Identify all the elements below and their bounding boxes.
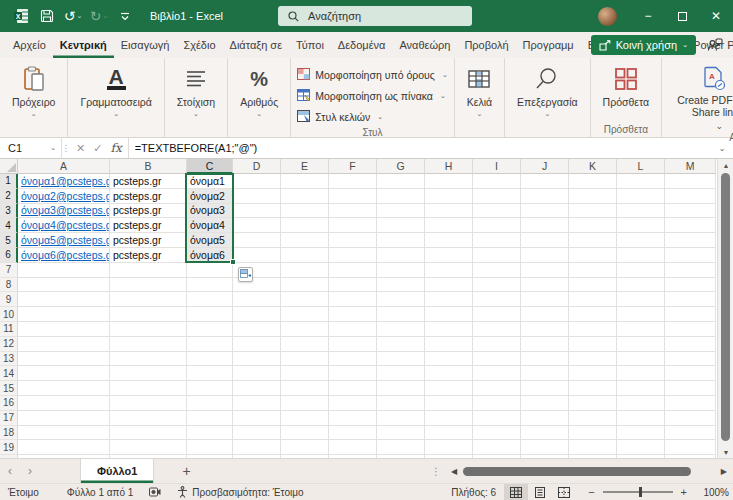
- formula-input[interactable]: =TEXTBEFORE(A1;"@"): [129, 138, 711, 158]
- close-button[interactable]: ✕: [699, 0, 733, 32]
- cell-K4[interactable]: [569, 218, 617, 233]
- cell-K14[interactable]: [569, 366, 617, 381]
- addins-button[interactable]: Πρόσθετα: [597, 62, 655, 110]
- cell-A15[interactable]: [18, 381, 110, 396]
- cell-J1[interactable]: [521, 174, 569, 189]
- cell-M7[interactable]: [665, 263, 716, 278]
- cell-L14[interactable]: [617, 366, 665, 381]
- cell-G17[interactable]: [377, 411, 425, 426]
- scroll-right-icon[interactable]: ▶: [715, 467, 727, 476]
- row-header-13[interactable]: 13: [0, 352, 18, 367]
- collapse-ribbon-icon[interactable]: ⌄: [715, 121, 723, 131]
- cell-B4[interactable]: pcsteps.gr: [110, 218, 187, 233]
- cell-D18[interactable]: [233, 426, 281, 441]
- cell-I9[interactable]: [473, 292, 521, 307]
- row-header-18[interactable]: 18: [0, 426, 18, 441]
- enter-icon[interactable]: ✓: [93, 142, 102, 155]
- cell-F1[interactable]: [329, 174, 377, 189]
- cell-A1[interactable]: όνομα1@pcsteps.gr: [18, 174, 110, 189]
- cell-G3[interactable]: [377, 204, 425, 219]
- cell-G1[interactable]: [377, 174, 425, 189]
- cell-I18[interactable]: [473, 426, 521, 441]
- cell-H17[interactable]: [425, 411, 473, 426]
- row-header-7[interactable]: 7: [0, 263, 18, 278]
- cell-A8[interactable]: [18, 278, 110, 293]
- cell-J13[interactable]: [521, 352, 569, 367]
- cell-B3[interactable]: pcsteps.gr: [110, 204, 187, 219]
- cell-E10[interactable]: [281, 307, 329, 322]
- scrollbar-resize-handle[interactable]: ⋮: [431, 466, 441, 477]
- cell-B6[interactable]: pcsteps.gr: [110, 248, 187, 263]
- cell-K1[interactable]: [569, 174, 617, 189]
- cell-C14[interactable]: [187, 366, 233, 381]
- cell-J18[interactable]: [521, 426, 569, 441]
- ribbon-tab-9[interactable]: Προγραμμ: [516, 32, 581, 58]
- cell-I7[interactable]: [473, 263, 521, 278]
- cell-I15[interactable]: [473, 381, 521, 396]
- column-header-L[interactable]: L: [617, 159, 665, 174]
- cell-H3[interactable]: [425, 204, 473, 219]
- cell-J11[interactable]: [521, 322, 569, 337]
- cell-D16[interactable]: [233, 396, 281, 411]
- row-header-16[interactable]: 16: [0, 396, 18, 411]
- cell-L15[interactable]: [617, 381, 665, 396]
- cell-J17[interactable]: [521, 411, 569, 426]
- cell-G7[interactable]: [377, 263, 425, 278]
- normal-view-button[interactable]: [504, 484, 528, 500]
- cell-D13[interactable]: [233, 352, 281, 367]
- cell-F17[interactable]: [329, 411, 377, 426]
- cell-I16[interactable]: [473, 396, 521, 411]
- cell-C15[interactable]: [187, 381, 233, 396]
- cell-C7[interactable]: [187, 263, 233, 278]
- cell-J19[interactable]: [521, 440, 569, 455]
- undo-icon[interactable]: ↺⌄: [62, 5, 84, 27]
- cell-L1[interactable]: [617, 174, 665, 189]
- cell-C11[interactable]: [187, 322, 233, 337]
- row-header-19[interactable]: 19: [0, 440, 18, 455]
- column-header-A[interactable]: A: [18, 159, 110, 174]
- cell-E11[interactable]: [281, 322, 329, 337]
- cell-H11[interactable]: [425, 322, 473, 337]
- cell-I11[interactable]: [473, 322, 521, 337]
- column-header-C[interactable]: C: [187, 159, 233, 174]
- cell-G18[interactable]: [377, 426, 425, 441]
- cell-A13[interactable]: [18, 352, 110, 367]
- horizontal-scroll-track[interactable]: [463, 467, 715, 476]
- column-header-H[interactable]: H: [425, 159, 473, 174]
- row-header-10[interactable]: 10: [0, 307, 18, 322]
- cell-L10[interactable]: [617, 307, 665, 322]
- cell-L9[interactable]: [617, 292, 665, 307]
- cell-G15[interactable]: [377, 381, 425, 396]
- cell-K7[interactable]: [569, 263, 617, 278]
- cell-C9[interactable]: [187, 292, 233, 307]
- prev-sheet-icon[interactable]: ‹: [0, 464, 20, 478]
- cell-M19[interactable]: [665, 440, 716, 455]
- cell-A7[interactable]: [18, 263, 110, 278]
- cell-K16[interactable]: [569, 396, 617, 411]
- cell-K10[interactable]: [569, 307, 617, 322]
- search-box[interactable]: Αναζήτηση: [278, 6, 472, 26]
- cell-F9[interactable]: [329, 292, 377, 307]
- cell-A18[interactable]: [18, 426, 110, 441]
- cell-M12[interactable]: [665, 337, 716, 352]
- cell-J8[interactable]: [521, 278, 569, 293]
- row-header-6[interactable]: 6: [0, 248, 18, 263]
- cell-F13[interactable]: [329, 352, 377, 367]
- cell-A12[interactable]: [18, 337, 110, 352]
- cell-D1[interactable]: [233, 174, 281, 189]
- clipboard-button[interactable]: Πρόχειρο ⌄: [6, 62, 61, 120]
- styles-item-2[interactable]: Στυλ κελιών⌄: [297, 106, 447, 127]
- cell-J10[interactable]: [521, 307, 569, 322]
- cell-L4[interactable]: [617, 218, 665, 233]
- zoom-slider-handle[interactable]: [639, 487, 642, 497]
- cell-F18[interactable]: [329, 426, 377, 441]
- row-header-4[interactable]: 4: [0, 218, 18, 233]
- cell-K17[interactable]: [569, 411, 617, 426]
- redo-icon[interactable]: ↻⌄: [88, 5, 110, 27]
- cell-H12[interactable]: [425, 337, 473, 352]
- ribbon-tab-7[interactable]: Αναθεώρη: [392, 32, 457, 58]
- cell-L18[interactable]: [617, 426, 665, 441]
- column-header-G[interactable]: G: [377, 159, 425, 174]
- cell-D19[interactable]: [233, 440, 281, 455]
- ribbon-tab-0[interactable]: Αρχείο: [6, 32, 53, 58]
